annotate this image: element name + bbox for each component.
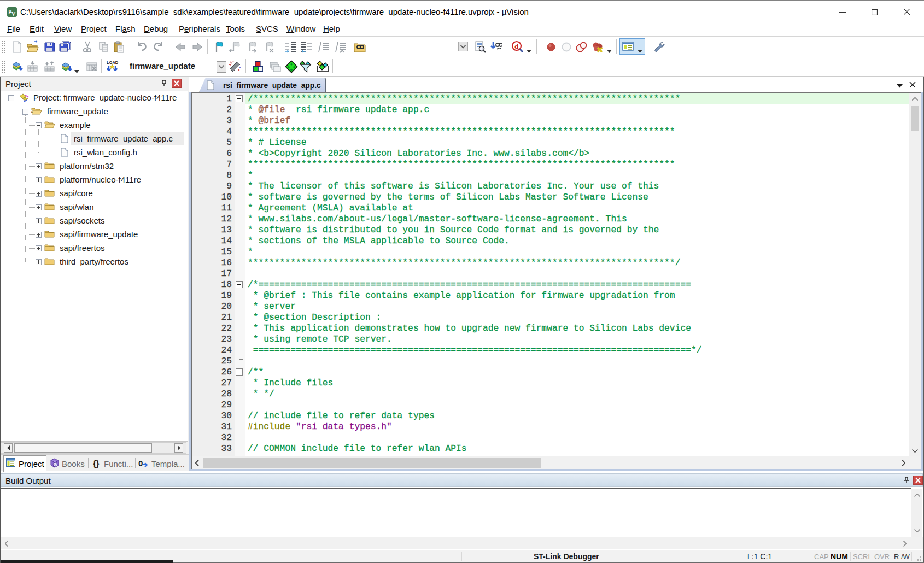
svg-text:?: ? xyxy=(54,462,57,467)
svg-text:V: V xyxy=(11,11,16,17)
svg-text:d: d xyxy=(514,42,519,50)
svg-text:LOAD: LOAD xyxy=(107,60,119,65)
